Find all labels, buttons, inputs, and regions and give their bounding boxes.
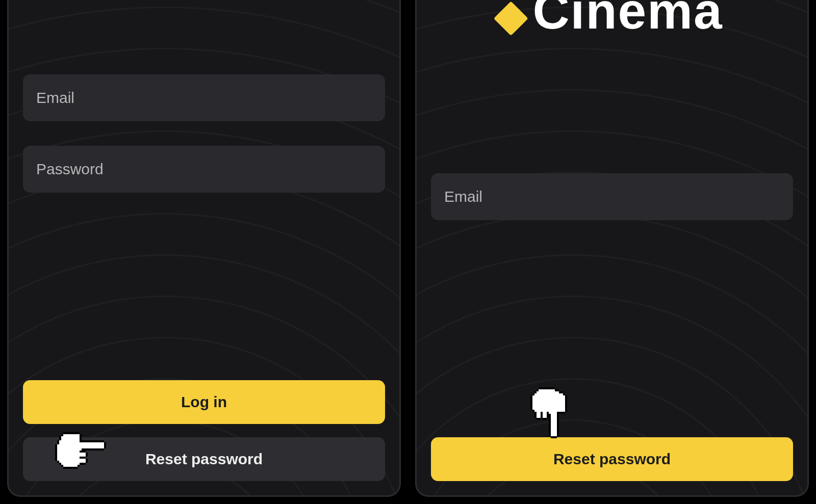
reset-password-button[interactable]: Reset password (23, 437, 385, 481)
email-field[interactable] (431, 173, 793, 220)
logo-text: Cinema (532, 0, 723, 39)
password-field[interactable] (23, 146, 385, 193)
logo-mark-icon (494, 1, 528, 36)
login-screen: Log in Reset password (7, 0, 401, 497)
brand-logo: Cinema (417, 0, 807, 40)
reset-password-submit-button[interactable]: Reset password (431, 437, 793, 481)
reset-password-screen: Cinema Reset password (415, 0, 809, 497)
login-button[interactable]: Log in (23, 380, 385, 424)
email-field[interactable] (23, 74, 385, 121)
